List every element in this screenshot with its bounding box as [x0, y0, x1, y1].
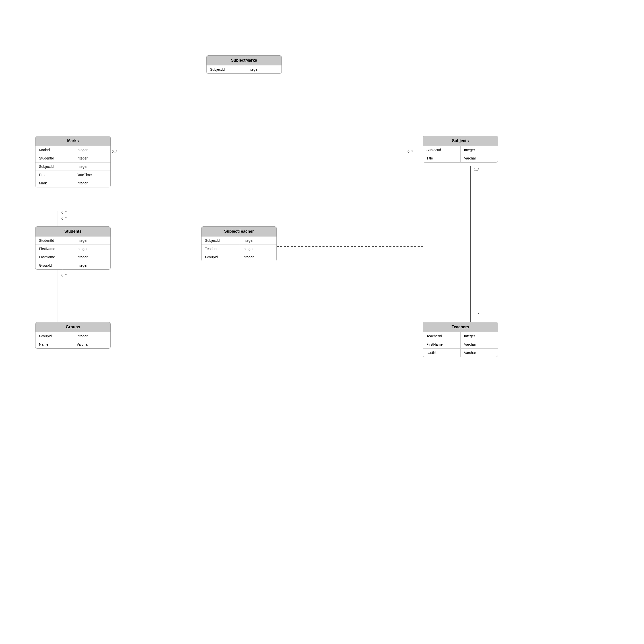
table-subjectteacher: SubjectTeacher SubjectId Integer Teacher… [201, 226, 277, 261]
cell-subjectid-type: Integer [239, 236, 277, 245]
cell-studentid-name: StudentId [35, 154, 73, 162]
mult-marks-right: 0..* [112, 149, 117, 153]
table-row: SubjectId Integer [35, 163, 110, 171]
cell-groupid-name: GroupId [35, 261, 73, 269]
table-teachers: Teachers TeacherId Integer FirstName Var… [423, 322, 498, 357]
cell-subjectid-type: Integer [73, 163, 111, 171]
table-marks: Marks MarkId Integer StudentId Integer S… [35, 136, 111, 187]
table-subjectmarks: SubjectMarks SubjectId Integer [206, 55, 282, 74]
table-row: Date DateTime [35, 171, 110, 179]
mult-groups-top2: 0..* [61, 273, 67, 277]
cell-subjectid-type: Integer [244, 65, 282, 73]
table-row: SubjectId Integer [423, 146, 498, 154]
table-students: Students StudentId Integer FirstName Int… [35, 226, 111, 270]
cell-teacherid-type: Integer [461, 332, 498, 340]
table-row: GroupId Integer [35, 261, 110, 269]
cell-name-type: Varchar [73, 340, 111, 348]
table-subjects-header: Subjects [423, 136, 498, 146]
table-row: GroupId Integer [202, 253, 276, 261]
cell-firstname-type: Integer [73, 245, 111, 253]
table-marks-header: Marks [35, 136, 110, 146]
cell-title-name: Title [423, 154, 461, 162]
cell-mark-type: Integer [73, 179, 111, 187]
table-subjects: Subjects SubjectId Integer Title Varchar [423, 136, 498, 163]
mult-teachers-top: 1..* [474, 312, 479, 316]
cell-subjectid-name: SubjectId [35, 163, 73, 171]
cell-lastname-type: Varchar [461, 349, 498, 357]
cell-groupid-name: GroupId [202, 253, 239, 261]
cell-firstname-name: FirstName [423, 340, 461, 348]
table-row: MarkId Integer [35, 146, 110, 154]
cell-subjectid-name: SubjectId [207, 65, 244, 73]
table-row: SubjectId Integer [207, 65, 281, 73]
cell-date-type: DateTime [73, 171, 111, 179]
cell-groupid-type: Integer [73, 332, 111, 340]
cell-teacherid-name: TeacherId [423, 332, 461, 340]
mult-subjects-bottom: 1..* [474, 168, 479, 172]
cell-studentid-type: Integer [73, 154, 111, 162]
cell-title-type: Varchar [461, 154, 498, 162]
cell-markid-name: MarkId [35, 146, 73, 154]
cell-subjectid-name: SubjectId [202, 236, 239, 245]
cell-subjectid-type: Integer [461, 146, 498, 154]
cell-teacherid-name: TeacherId [202, 245, 239, 253]
table-row: SubjectId Integer [202, 236, 276, 245]
table-row: Mark Integer [35, 179, 110, 187]
cell-lastname-type: Integer [73, 253, 111, 261]
cell-name-name: Name [35, 340, 73, 348]
table-row: GroupId Integer [35, 332, 110, 340]
cell-groupid-type: Integer [73, 261, 111, 269]
cell-lastname-name: LastName [35, 253, 73, 261]
cell-studentid-type: Integer [73, 236, 111, 245]
cell-markid-type: Integer [73, 146, 111, 154]
table-row: Title Varchar [423, 154, 498, 162]
table-subjectteacher-header: SubjectTeacher [202, 227, 276, 236]
table-row: StudentId Integer [35, 154, 110, 163]
diagram-container: 0..* 0..* 1..* 1..* 0..* 0..* 1..* 0..* … [0, 0, 644, 644]
table-row: StudentId Integer [35, 236, 110, 245]
table-groups-header: Groups [35, 322, 110, 332]
table-row: LastName Varchar [423, 349, 498, 357]
cell-groupid-type: Integer [239, 253, 277, 261]
table-row: TeacherId Integer [423, 332, 498, 340]
mult-subjects-left: 0..* [408, 149, 413, 153]
cell-studentid-name: StudentId [35, 236, 73, 245]
table-row: FirstName Varchar [423, 340, 498, 349]
table-row: FirstName Integer [35, 245, 110, 253]
table-students-header: Students [35, 227, 110, 236]
cell-firstname-name: FirstName [35, 245, 73, 253]
cell-mark-name: Mark [35, 179, 73, 187]
cell-firstname-type: Varchar [461, 340, 498, 348]
table-row: LastName Integer [35, 253, 110, 261]
cell-teacherid-type: Integer [239, 245, 277, 253]
cell-groupid-name: GroupId [35, 332, 73, 340]
mult-students-bottom: 0..* [61, 216, 67, 220]
cell-date-name: Date [35, 171, 73, 179]
table-teachers-header: Teachers [423, 322, 498, 332]
mult-students-top: 0..* [61, 210, 67, 214]
table-row: Name Varchar [35, 340, 110, 348]
table-row: TeacherId Integer [202, 245, 276, 253]
table-groups: Groups GroupId Integer Name Varchar [35, 322, 111, 349]
table-subjectmarks-header: SubjectMarks [207, 56, 281, 65]
cell-lastname-name: LastName [423, 349, 461, 357]
cell-subjectid-name: SubjectId [423, 146, 461, 154]
